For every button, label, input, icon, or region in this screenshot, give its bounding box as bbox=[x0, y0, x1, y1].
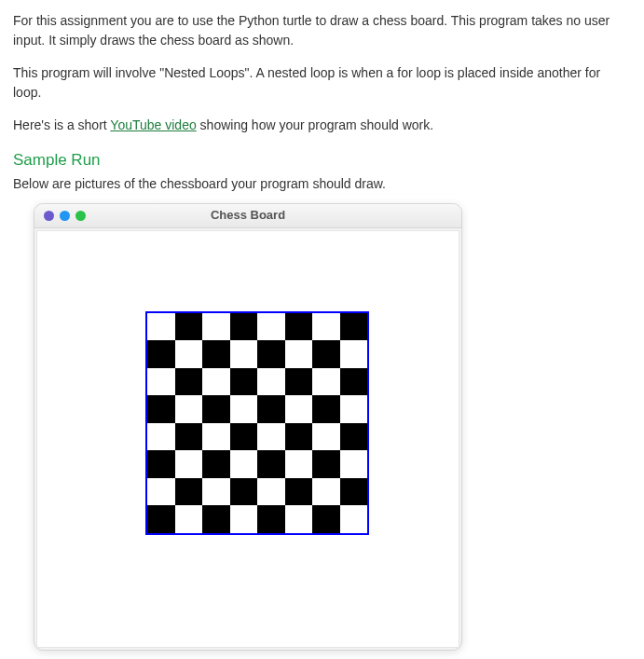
chess-square bbox=[340, 368, 368, 396]
chess-square bbox=[340, 505, 368, 533]
chess-square bbox=[202, 478, 230, 506]
chess-square bbox=[312, 395, 340, 423]
chess-square bbox=[257, 505, 285, 533]
chess-square bbox=[175, 368, 203, 396]
chess-square bbox=[312, 340, 340, 368]
chess-square bbox=[340, 313, 368, 341]
chess-square bbox=[147, 368, 175, 396]
chess-square bbox=[340, 423, 368, 451]
chess-square bbox=[147, 313, 175, 341]
chess-square bbox=[202, 505, 230, 533]
chess-square bbox=[312, 478, 340, 506]
chess-square bbox=[285, 423, 313, 451]
chess-square bbox=[175, 340, 203, 368]
chessboard-window: Chess Board bbox=[34, 203, 462, 651]
chess-square bbox=[230, 450, 258, 478]
chess-square bbox=[147, 395, 175, 423]
chess-square bbox=[147, 423, 175, 451]
chess-square bbox=[257, 368, 285, 396]
chess-square bbox=[285, 368, 313, 396]
chess-square bbox=[257, 340, 285, 368]
chess-square bbox=[202, 450, 230, 478]
chess-square bbox=[175, 313, 203, 341]
chess-square bbox=[202, 368, 230, 396]
chess-square bbox=[257, 450, 285, 478]
intro-paragraph: For this assignment you are to use the P… bbox=[13, 11, 631, 50]
chess-square bbox=[230, 313, 258, 341]
chess-square bbox=[312, 313, 340, 341]
chess-square bbox=[202, 423, 230, 451]
chess-square bbox=[340, 340, 368, 368]
chess-square bbox=[202, 313, 230, 341]
chess-square bbox=[285, 505, 313, 533]
chess-square bbox=[285, 478, 313, 506]
sample-run-heading: Sample Run bbox=[13, 148, 631, 172]
chess-square bbox=[230, 505, 258, 533]
window-titlebar: Chess Board bbox=[34, 204, 461, 228]
chess-square bbox=[175, 395, 203, 423]
chess-square bbox=[230, 423, 258, 451]
chess-square bbox=[312, 450, 340, 478]
link-paragraph: Here's is a short YouTube video showing … bbox=[13, 116, 631, 135]
chess-square bbox=[147, 505, 175, 533]
chess-square bbox=[175, 478, 203, 506]
youtube-link[interactable]: YouTube video bbox=[110, 117, 196, 132]
chess-square bbox=[230, 478, 258, 506]
chess-square bbox=[312, 423, 340, 451]
chess-square bbox=[312, 505, 340, 533]
chess-square bbox=[340, 395, 368, 423]
chess-square bbox=[312, 368, 340, 396]
chess-square bbox=[202, 395, 230, 423]
chess-square bbox=[257, 313, 285, 341]
link-prefix-text: Here's is a short bbox=[13, 117, 110, 132]
window-body bbox=[36, 230, 459, 648]
chess-square bbox=[147, 450, 175, 478]
sample-run-subtext: Below are pictures of the chessboard you… bbox=[13, 174, 631, 194]
chess-square bbox=[230, 368, 258, 396]
chess-square bbox=[147, 478, 175, 506]
turtle-canvas bbox=[45, 239, 455, 639]
chess-square bbox=[175, 450, 203, 478]
chess-square bbox=[285, 395, 313, 423]
chess-square bbox=[285, 340, 313, 368]
chess-square bbox=[285, 450, 313, 478]
chess-square bbox=[230, 395, 258, 423]
chessboard bbox=[145, 311, 369, 535]
chess-square bbox=[230, 340, 258, 368]
chess-square bbox=[340, 478, 368, 506]
window-title: Chess Board bbox=[34, 206, 461, 225]
chess-square bbox=[257, 423, 285, 451]
link-suffix-text: showing how your program should work. bbox=[197, 117, 433, 132]
chess-square bbox=[285, 313, 313, 341]
chess-square bbox=[175, 505, 203, 533]
chess-square bbox=[175, 423, 203, 451]
chess-square bbox=[202, 340, 230, 368]
chess-square bbox=[257, 478, 285, 506]
chess-square bbox=[340, 450, 368, 478]
chess-square bbox=[257, 395, 285, 423]
nested-loops-paragraph: This program will involve "Nested Loops"… bbox=[13, 63, 631, 103]
chess-square bbox=[147, 340, 175, 368]
